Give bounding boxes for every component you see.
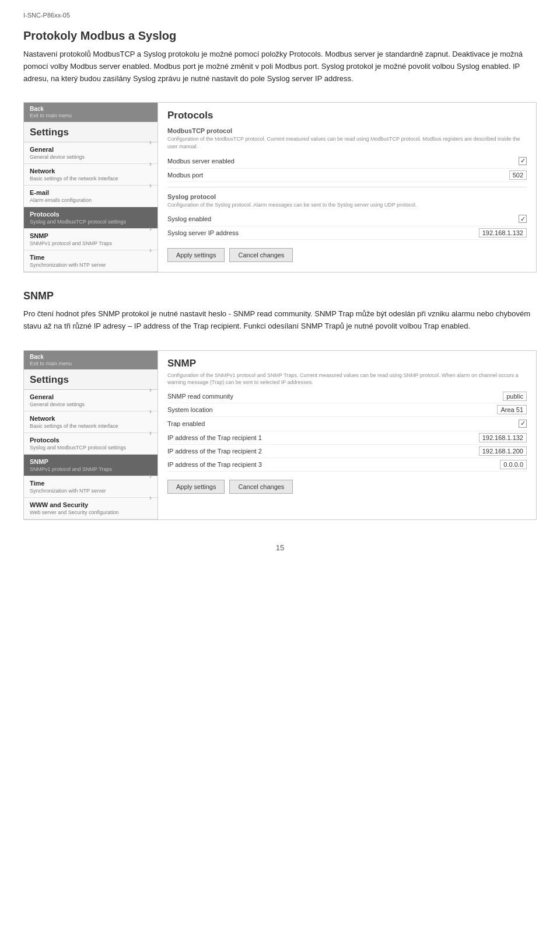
syslog-ip-label: Syslog server IP address bbox=[167, 229, 468, 236]
protocols-nav-protocols-sub: Syslog and ModbusTCP protocol settings bbox=[30, 219, 126, 225]
snmp-trap3-input[interactable]: 0.0.0.0 bbox=[500, 460, 527, 469]
snmp-nav-protocols-sub: Syslog and ModbusTCP protocol settings bbox=[30, 445, 126, 451]
modbus-enabled-row: Modbus server enabled ✓ bbox=[167, 154, 527, 169]
snmp-trap3-value: 0.0.0.0 bbox=[468, 461, 527, 468]
snmp-nav-snmp[interactable]: SNMP SNMPv1 protocol and SNMP Traps bbox=[24, 455, 158, 476]
modbus-enabled-checkbox[interactable]: ✓ bbox=[519, 157, 527, 165]
section2-paragraph: Pro čtení hodnot přes SNMP protokol je n… bbox=[23, 308, 537, 333]
syslog-ip-row: Syslog server IP address 192.168.1.132 bbox=[167, 226, 527, 240]
protocols-nav-network-title: Network bbox=[30, 167, 55, 174]
ui-panel-snmp: Back Exit to main menu Settings General … bbox=[23, 350, 537, 521]
protocols-nav-snmp[interactable]: SNMP › SNMPv1 protocol and SNMP Traps bbox=[24, 229, 158, 250]
modbus-section-desc: Configuration of the ModbusTCP protocol.… bbox=[167, 135, 527, 150]
snmp-nav-www-sub: Web server and Security configuration bbox=[30, 509, 118, 515]
protocols-nav-protocols[interactable]: Protocols Syslog and ModbusTCP protocol … bbox=[24, 207, 158, 229]
protocols-btn-row: Apply settings Cancel changes bbox=[167, 248, 527, 262]
snmp-left-nav: Back Exit to main menu Settings General … bbox=[24, 351, 158, 520]
chevron-right-icon5: › bbox=[149, 246, 152, 254]
syslog-enabled-value: ✓ bbox=[468, 215, 527, 223]
protocols-cancel-button[interactable]: Cancel changes bbox=[229, 248, 293, 262]
snmp-nav-network-title: Network bbox=[30, 415, 55, 422]
protocols-nav-time[interactable]: Time › Synchronization with NTP server bbox=[24, 250, 158, 272]
modbus-port-value: 502 bbox=[468, 172, 527, 179]
syslog-ip-input[interactable]: 192.168.1.132 bbox=[479, 228, 527, 238]
snmp-nav-time-sub: Synchronization with NTP server bbox=[30, 488, 106, 494]
snmp-nav-www[interactable]: WWW and Security › Web server and Securi… bbox=[24, 498, 158, 519]
protocols-nav-time-title: Time bbox=[30, 254, 44, 261]
page-footer: 15 bbox=[23, 543, 537, 552]
snmp-community-row: SNMP read community public bbox=[167, 390, 527, 403]
snmp-community-label: SNMP read community bbox=[167, 393, 468, 400]
snmp-trap2-label: IP address of the Trap recipient 2 bbox=[167, 448, 468, 455]
ui-panel-protocols: Back Exit to main menu Settings General … bbox=[23, 102, 537, 273]
snmp-settings-title: Settings bbox=[24, 369, 158, 390]
protocols-nav-general[interactable]: General › General device settings bbox=[24, 142, 158, 164]
syslog-enabled-label: Syslog enabled bbox=[167, 215, 468, 222]
syslog-enabled-checkbox[interactable]: ✓ bbox=[519, 215, 527, 223]
snmp-back-label: Back bbox=[30, 354, 44, 360]
protocols-nav-snmp-title: SNMP bbox=[30, 232, 48, 239]
chevron-right-icon: › bbox=[149, 138, 152, 146]
modbus-enabled-label: Modbus server enabled bbox=[167, 158, 468, 165]
protocols-apply-button[interactable]: Apply settings bbox=[167, 248, 225, 262]
modbus-section-label: ModbusTCP protocol bbox=[167, 127, 527, 134]
snmp-location-input[interactable]: Area 51 bbox=[497, 405, 527, 414]
section-snmp: SNMP Pro čtení hodnot přes SNMP protokol… bbox=[23, 290, 537, 333]
protocols-divider bbox=[167, 187, 527, 187]
snmp-back-button[interactable]: Back Exit to main menu bbox=[24, 351, 158, 370]
snmp-community-value: public bbox=[468, 393, 527, 400]
snmp-trap3-label: IP address of the Trap recipient 3 bbox=[167, 461, 468, 468]
protocols-nav-time-sub: Synchronization with NTP server bbox=[30, 262, 106, 268]
protocols-nav-network[interactable]: Network › Basic settings of the network … bbox=[24, 164, 158, 186]
snmp-nav-network[interactable]: Network › Basic settings of the network … bbox=[24, 411, 158, 433]
snmp-trap2-row: IP address of the Trap recipient 2 192.1… bbox=[167, 445, 527, 458]
snmp-trap2-input[interactable]: 192.168.1.200 bbox=[479, 446, 527, 456]
snmp-trap-enabled-value: ✓ bbox=[468, 420, 527, 428]
snmp-nav-snmp-sub: SNMPv1 protocol and SNMP Traps bbox=[30, 466, 112, 472]
snmp-location-row: System location Area 51 bbox=[167, 403, 527, 417]
section1-paragraph: Nastavení protokolů ModbusTCP a Syslog p… bbox=[23, 48, 537, 85]
snmp-nav-protocols[interactable]: Protocols › Syslog and ModbusTCP protoco… bbox=[24, 433, 158, 455]
snmp-trap2-value: 192.168.1.200 bbox=[468, 448, 527, 455]
snmp-nav-time-title: Time bbox=[30, 480, 44, 487]
syslog-ip-value: 192.168.1.132 bbox=[468, 229, 527, 236]
modbus-enabled-value: ✓ bbox=[468, 157, 527, 165]
chevron-right-icon4: › bbox=[149, 224, 152, 233]
protocols-settings-title: Settings bbox=[24, 122, 158, 142]
document-id: I-SNC-P86xx-05 bbox=[23, 12, 70, 19]
protocols-nav-email-sub: Alarm emails configuration bbox=[30, 197, 92, 203]
snmp-trap-enabled-checkbox[interactable]: ✓ bbox=[519, 420, 527, 428]
snmp-nav-general[interactable]: General › General device settings bbox=[24, 390, 158, 411]
protocols-nav-protocols-title: Protocols bbox=[30, 211, 60, 218]
snmp-trap1-label: IP address of the Trap recipient 1 bbox=[167, 434, 468, 441]
snmp-apply-button[interactable]: Apply settings bbox=[167, 480, 225, 494]
snmp-cancel-button[interactable]: Cancel changes bbox=[229, 480, 293, 494]
protocols-nav-email[interactable]: E-mail › Alarm emails configuration bbox=[24, 186, 158, 207]
snmp-trap1-input[interactable]: 192.168.1.132 bbox=[479, 433, 527, 442]
snmp-nav-www-title: WWW and Security bbox=[30, 501, 88, 508]
syslog-section-desc: Configuration of the Syslog protocol. Al… bbox=[167, 201, 527, 209]
snmp-location-label: System location bbox=[167, 406, 468, 413]
modbus-port-input[interactable]: 502 bbox=[509, 170, 527, 180]
protocols-right-title: Protocols bbox=[167, 110, 527, 121]
modbus-port-row: Modbus port 502 bbox=[167, 169, 527, 182]
section2-title: SNMP bbox=[23, 290, 537, 302]
snmp-community-input[interactable]: public bbox=[503, 392, 527, 401]
snmp-trap1-value: 192.168.1.132 bbox=[468, 434, 527, 441]
snmp-nav-time[interactable]: Time › Synchronization with NTP server bbox=[24, 476, 158, 498]
protocols-nav-snmp-sub: SNMPv1 protocol and SNMP Traps bbox=[30, 240, 112, 246]
chevron-right-icon6: › bbox=[149, 385, 152, 394]
snmp-nav-network-sub: Basic settings of the network interface bbox=[30, 423, 118, 429]
section-modbus-syslog: Protokoly Modbus a Syslog Nastavení prot… bbox=[23, 29, 537, 85]
chevron-right-icon2: › bbox=[149, 159, 152, 168]
snmp-trap-enabled-row: Trap enabled ✓ bbox=[167, 417, 527, 431]
protocols-right-content: Protocols ModbusTCP protocol Configurati… bbox=[158, 103, 536, 272]
snmp-trap3-row: IP address of the Trap recipient 3 0.0.0… bbox=[167, 458, 527, 472]
syslog-section-label: Syslog protocol bbox=[167, 193, 527, 200]
snmp-right-content: SNMP Configuration of the SNMPv1 protoco… bbox=[158, 351, 536, 520]
snmp-back-sub: Exit to main menu bbox=[30, 361, 152, 368]
protocols-back-button[interactable]: Back Exit to main menu bbox=[24, 103, 158, 122]
chevron-right-icon7: › bbox=[149, 407, 152, 416]
snmp-nav-snmp-title: SNMP bbox=[30, 458, 48, 465]
snmp-trap-enabled-label: Trap enabled bbox=[167, 420, 468, 427]
